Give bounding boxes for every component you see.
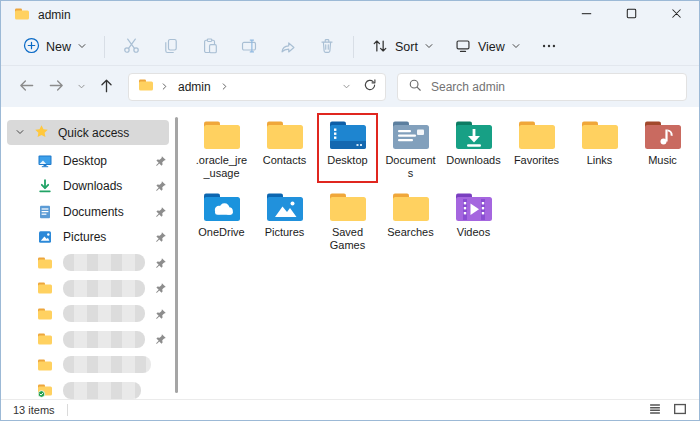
sidebar-scrollbar[interactable]	[175, 117, 178, 393]
sidebar-item-quick-access[interactable]: Quick access	[7, 120, 169, 145]
close-icon	[669, 6, 684, 24]
search-input[interactable]	[431, 80, 676, 94]
command-toolbar: New Sort View	[1, 29, 699, 65]
sort-icon	[371, 37, 389, 58]
view-button[interactable]: View	[444, 32, 531, 62]
sidebar-item-downloads[interactable]: Downloads	[1, 174, 181, 200]
folder-icon	[14, 6, 30, 25]
folder-item-links[interactable]: Links	[568, 113, 631, 183]
search-box[interactable]	[397, 73, 687, 101]
folder-plain-icon	[202, 117, 242, 151]
folder-item-searches[interactable]: Searches	[379, 185, 442, 255]
delete-button[interactable]	[307, 32, 346, 62]
up-icon	[98, 77, 115, 97]
cut-button[interactable]	[112, 32, 151, 62]
sidebar-item-label: Downloads	[63, 179, 122, 193]
back-button[interactable]	[13, 74, 40, 100]
new-button[interactable]: New	[13, 32, 97, 62]
sidebar-item-redacted[interactable]	[1, 301, 181, 327]
breadcrumb-chevron-icon	[216, 81, 233, 93]
pin-icon[interactable]	[155, 257, 167, 269]
chevron-down-icon	[15, 126, 25, 140]
rename-button[interactable]	[229, 32, 268, 62]
folder-item-saved-games[interactable]: Saved Games	[316, 185, 379, 255]
pin-icon[interactable]	[155, 206, 167, 218]
folder-small-icon	[37, 280, 53, 296]
folder-item--oracle-jre-usage[interactable]: .oracle_jre_usage	[190, 113, 253, 183]
pin-icon[interactable]	[155, 231, 167, 243]
sidebar-item-pictures[interactable]: Pictures	[1, 225, 181, 251]
share-icon	[279, 37, 297, 58]
redacted-label	[63, 331, 145, 348]
redacted-label	[63, 382, 141, 399]
details-view-button[interactable]	[644, 401, 666, 419]
breadcrumb-segment[interactable]: admin	[175, 78, 214, 96]
sidebar-item-redacted[interactable]	[1, 276, 181, 302]
sidebar-item-redacted[interactable]	[1, 352, 181, 378]
toolbar-actions	[112, 32, 346, 62]
quick-access-label: Quick access	[58, 126, 129, 140]
delete-icon	[318, 37, 336, 58]
minimize-button[interactable]	[564, 1, 609, 29]
folder-label: Pictures	[265, 226, 305, 239]
forward-button[interactable]	[43, 74, 70, 100]
breadcrumb[interactable]: admin	[128, 73, 386, 101]
copy-button[interactable]	[151, 32, 190, 62]
navigation-pane: Quick access DesktopDownloadsDocumentsPi…	[1, 107, 181, 399]
highlight-box: Desktop	[317, 113, 378, 183]
share-button[interactable]	[268, 32, 307, 62]
pin-icon[interactable]	[155, 180, 167, 192]
folder-item-music[interactable]: Music	[631, 113, 694, 183]
maximize-icon	[624, 6, 639, 24]
status-divider	[67, 404, 68, 416]
folder-plain-icon	[580, 117, 620, 151]
refresh-button[interactable]	[359, 76, 381, 98]
items-count: 13 items	[13, 404, 55, 416]
folder-item-desktop[interactable]: Desktop	[316, 113, 379, 183]
folder-cell: Music	[632, 113, 693, 183]
folder-item-documents[interactable]: Documents	[379, 113, 442, 183]
paste-button[interactable]	[190, 32, 229, 62]
icons-view-button[interactable]	[669, 401, 691, 419]
search-icon	[408, 78, 422, 96]
folder-item-contacts[interactable]: Contacts	[253, 113, 316, 183]
up-button[interactable]	[93, 74, 120, 100]
history-dropdown-icon	[77, 79, 86, 94]
forward-icon	[48, 77, 65, 97]
more-options-button[interactable]	[531, 32, 567, 62]
history-dropdown-button[interactable]	[73, 74, 90, 100]
folder-cell: .oracle_jre_usage	[191, 113, 252, 183]
folder-label: Searches	[387, 226, 433, 239]
folder-item-favorites[interactable]: Favorites	[505, 113, 568, 183]
redacted-label	[63, 356, 151, 373]
redacted-label	[63, 254, 145, 271]
chevron-down-icon	[77, 40, 87, 54]
folder-item-pictures[interactable]: Pictures	[253, 185, 316, 255]
sidebar-item-desktop[interactable]: Desktop	[1, 148, 181, 174]
address-dropdown-button[interactable]	[335, 76, 357, 98]
pin-icon[interactable]	[155, 282, 167, 294]
paste-icon	[201, 37, 219, 58]
pin-icon[interactable]	[155, 155, 167, 167]
folder-cell: Links	[569, 113, 630, 183]
folder-item-onedrive[interactable]: OneDrive	[190, 185, 253, 255]
pin-icon[interactable]	[155, 308, 167, 320]
sidebar-item-documents[interactable]: Documents	[1, 199, 181, 225]
minimize-icon	[579, 6, 594, 24]
sidebar-item-redacted[interactable]	[1, 378, 181, 404]
file-explorer-window: admin New Sort View admin	[0, 0, 700, 421]
folder-cell: Searches	[380, 185, 441, 255]
folder-onedrive-icon	[202, 189, 242, 223]
sidebar-item-redacted[interactable]	[1, 327, 181, 353]
folder-plain-icon	[328, 189, 368, 223]
maximize-button[interactable]	[609, 1, 654, 29]
folder-item-videos[interactable]: Videos	[442, 185, 505, 255]
close-button[interactable]	[654, 1, 699, 29]
sidebar-item-redacted[interactable]	[1, 250, 181, 276]
folder-item-downloads[interactable]: Downloads	[442, 113, 505, 183]
pin-icon[interactable]	[155, 333, 167, 345]
folder-documents-icon	[391, 117, 431, 151]
redacted-label	[63, 305, 145, 322]
folder-label: Contacts	[263, 154, 306, 167]
sort-button[interactable]: Sort	[361, 32, 444, 62]
